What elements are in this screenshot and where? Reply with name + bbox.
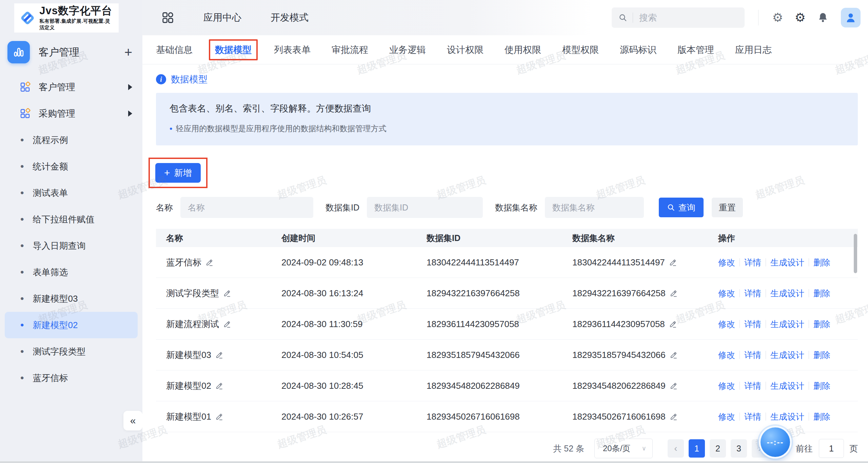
action-delete[interactable]: 删除 [813, 257, 830, 268]
tab[interactable]: 应用日志 [735, 41, 772, 59]
col-created: 创建时间 [281, 233, 427, 244]
notification-bell-icon[interactable] [817, 12, 829, 23]
sidebar-group-customer[interactable]: 客户管理 [0, 74, 142, 100]
edit-pencil-icon[interactable] [215, 413, 223, 421]
global-search[interactable] [612, 7, 745, 28]
query-button[interactable]: 查询 [659, 198, 704, 217]
floating-assistant-ball[interactable]: --:-- [759, 426, 792, 459]
add-app-button[interactable]: + [124, 45, 132, 59]
chevron-right-icon [128, 110, 132, 117]
name-filter-input[interactable] [180, 197, 313, 218]
divider [809, 412, 809, 421]
edit-pencil-icon[interactable] [215, 351, 223, 359]
page-1-button[interactable]: 1 [689, 439, 705, 458]
sidebar-item[interactable]: • 导入日期查询 [0, 233, 142, 259]
action-generate-design[interactable]: 生成设计 [770, 411, 804, 422]
vertical-scrollbar[interactable] [854, 234, 857, 273]
action-delete[interactable]: 删除 [813, 380, 830, 391]
page-3-button[interactable]: 3 [731, 439, 747, 458]
dataset-name-filter-input[interactable] [545, 197, 644, 218]
action-detail[interactable]: 详情 [744, 349, 761, 361]
tab[interactable]: 审批流程 [332, 41, 368, 59]
app-launcher-icon[interactable] [161, 11, 174, 24]
settings-gear-icon[interactable]: ⚙ [772, 12, 783, 24]
tab[interactable]: 业务逻辑 [389, 41, 426, 59]
action-generate-design[interactable]: 生成设计 [770, 257, 804, 268]
page-title[interactable]: 数据模型 [171, 73, 208, 85]
edit-pencil-icon[interactable] [223, 320, 231, 328]
edit-pencil-icon[interactable] [670, 413, 677, 421]
action-generate-design[interactable]: 生成设计 [770, 319, 804, 330]
edit-pencil-icon[interactable] [670, 382, 677, 390]
edit-pencil-icon[interactable] [215, 382, 223, 390]
page-unit-label: 页 [849, 443, 858, 454]
user-avatar[interactable] [841, 8, 861, 27]
sidebar-item[interactable]: • 表单筛选 [0, 259, 142, 285]
sidebar-item[interactable]: • 流程示例 [0, 127, 142, 153]
tab[interactable]: 模型权限 [562, 41, 599, 59]
sidebar-group-purchase[interactable]: 采购管理 [0, 100, 142, 127]
system-gear-icon[interactable]: ⚙ [795, 12, 806, 24]
tab[interactable]: 基础信息 [156, 41, 193, 59]
divider [809, 258, 809, 266]
page-2-button[interactable]: 2 [710, 439, 726, 458]
dataset-id-filter-input[interactable] [367, 197, 483, 218]
action-detail[interactable]: 详情 [744, 288, 761, 299]
row-dataset-id: 1829351857945432066 [427, 350, 572, 360]
sidebar-item[interactable]: • 蓝牙信标 [0, 365, 142, 391]
nav-dev-mode[interactable]: 开发模式 [271, 11, 309, 24]
action-modify[interactable]: 修改 [718, 257, 735, 268]
edit-pencil-icon[interactable] [670, 351, 677, 359]
sidebar-item[interactable]: • 测试字段类型 [0, 338, 142, 365]
action-detail[interactable]: 详情 [744, 411, 761, 422]
edit-pencil-icon[interactable] [223, 289, 231, 297]
tab-active[interactable]: 数据模型 [209, 39, 258, 60]
action-detail[interactable]: 详情 [744, 380, 761, 391]
sidebar-item[interactable]: • 新建模型03 [0, 285, 142, 312]
action-modify[interactable]: 修改 [718, 411, 735, 422]
action-detail[interactable]: 详情 [744, 257, 761, 268]
action-generate-design[interactable]: 生成设计 [770, 288, 804, 299]
col-dataset-name: 数据集名称 [572, 233, 718, 244]
goto-page-input[interactable] [819, 439, 844, 458]
action-modify[interactable]: 修改 [718, 349, 735, 361]
sidebar-collapse-button[interactable]: « [123, 411, 142, 430]
action-generate-design[interactable]: 生成设计 [770, 380, 804, 391]
action-modify[interactable]: 修改 [718, 380, 735, 391]
search-icon [618, 13, 627, 22]
nav-app-center[interactable]: 应用中心 [203, 11, 241, 24]
row-created-time: 2024-08-30 10:54:05 [281, 350, 427, 360]
tab[interactable]: 设计权限 [447, 41, 484, 59]
action-modify[interactable]: 修改 [718, 288, 735, 299]
tab[interactable]: 版本管理 [677, 41, 714, 59]
action-delete[interactable]: 删除 [813, 349, 830, 361]
edit-pencil-icon[interactable] [670, 289, 677, 297]
tab[interactable]: 使用权限 [505, 41, 541, 59]
add-button[interactable]: + 新增 [155, 163, 201, 183]
prev-page-button[interactable]: ‹ [668, 439, 684, 458]
action-delete[interactable]: 删除 [813, 411, 830, 422]
edit-pencil-icon[interactable] [669, 259, 677, 266]
divider [766, 258, 766, 266]
action-modify[interactable]: 修改 [718, 319, 735, 330]
edit-pencil-icon[interactable] [205, 259, 213, 266]
search-input[interactable] [639, 13, 738, 23]
tab[interactable]: 源码标识 [620, 41, 656, 59]
row-created-time: 2024-08-30 10:28:45 [281, 381, 427, 391]
action-delete[interactable]: 删除 [813, 319, 830, 330]
sidebar-item[interactable]: • 给下拉组件赋值 [0, 206, 142, 233]
sidebar: Jvs数字化平台 私有部署.集成扩展.可视配置.灵活定义 客户管理 + 客户管理 [0, 0, 142, 463]
sidebar-item[interactable]: • 测试表单 [0, 180, 142, 206]
edit-pencil-icon[interactable] [669, 320, 677, 328]
page-size-select[interactable]: 20条/页 ∨ [594, 439, 653, 458]
sidebar-item-selected[interactable]: • 新建模型02 [5, 312, 138, 338]
action-generate-design[interactable]: 生成设计 [770, 349, 804, 361]
bullet-icon: • [20, 188, 24, 198]
action-detail[interactable]: 详情 [744, 319, 761, 330]
action-delete[interactable]: 删除 [813, 288, 830, 299]
reset-button[interactable]: 重置 [712, 198, 743, 217]
sidebar-item[interactable]: • 统计金额 [0, 153, 142, 180]
row-dataset-name: 1829361144230957058 [572, 319, 665, 329]
divider [739, 289, 740, 297]
tab[interactable]: 列表表单 [274, 41, 311, 59]
